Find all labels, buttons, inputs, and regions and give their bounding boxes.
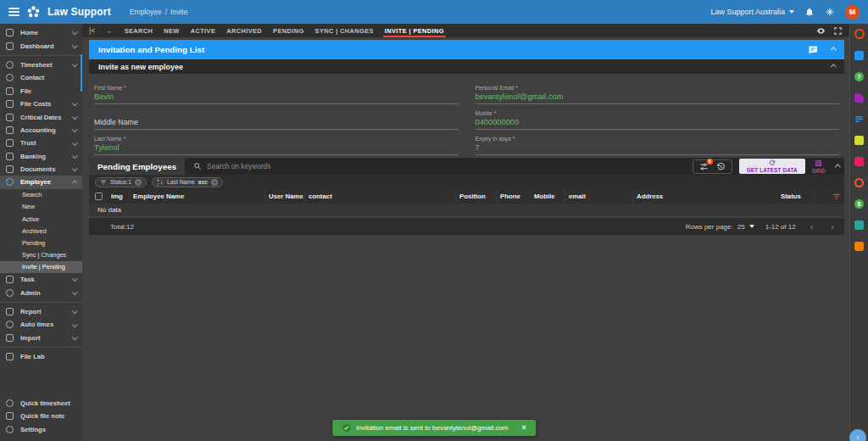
personal-email-field[interactable]: Personal Email * bevantylenol@gmail.com	[476, 79, 840, 104]
main-content: |< ← SEARCH NEW ACTIVE ARCHIVED PENDING …	[82, 24, 849, 441]
sidebar-item-trust[interactable]: Trust	[0, 137, 82, 149]
sidebar-subitem-active[interactable]: Active	[0, 213, 82, 225]
first-name-field[interactable]: First Name * Bevin	[94, 79, 459, 104]
middle-name-field[interactable]: Middle Name	[94, 104, 459, 130]
rows-per-page-select[interactable]: Rows per page: 25	[686, 223, 754, 231]
sticky-note-icon[interactable]	[854, 136, 864, 145]
rows-per-page-value: 25	[737, 223, 745, 231]
help-icon[interactable]: ?	[854, 72, 864, 81]
column-header-img[interactable]: Img	[108, 189, 130, 204]
feedback-bubble-icon[interactable]	[808, 45, 818, 55]
toast-message: Invitation email is sent to bevantylenol…	[356, 424, 508, 432]
sidebar-item-accounting[interactable]: Accounting	[0, 124, 82, 137]
last-name-field[interactable]: Last Name * Tylenol	[94, 130, 459, 155]
chevron-down-icon	[72, 114, 77, 119]
user-avatar[interactable]: M	[845, 5, 860, 20]
table-filter-funnel-icon[interactable]	[832, 193, 841, 201]
tab-new[interactable]: NEW	[164, 24, 179, 37]
app-title: Law Support	[47, 6, 111, 18]
tab-pending[interactable]: PENDING	[273, 24, 303, 37]
grid-view-button[interactable]: GRID	[812, 159, 826, 174]
column-header-address[interactable]: Address	[633, 189, 777, 204]
tab-archived[interactable]: ARCHIVED	[226, 24, 262, 37]
collapse-chevron-up-icon[interactable]	[831, 47, 836, 53]
toast-close-icon[interactable]: ×	[522, 424, 526, 432]
column-header-phone[interactable]: Phone	[497, 189, 531, 204]
fullscreen-icon[interactable]	[833, 26, 843, 36]
search-input[interactable]: Search on keywords	[185, 162, 693, 170]
timer-ring-icon[interactable]	[854, 29, 865, 39]
tab-search[interactable]: SEARCH	[125, 24, 153, 37]
notifications-bell-icon[interactable]	[804, 7, 815, 17]
column-header-status[interactable]: Status	[777, 189, 815, 204]
sidebar-item-settings[interactable]: Settings	[0, 423, 82, 436]
sidebar-item-admin[interactable]: Admin	[0, 286, 82, 299]
sidebar-item-report[interactable]: Report	[0, 305, 82, 318]
billing-icon[interactable]: $	[854, 199, 864, 209]
collapse-panel-icon[interactable]: |<	[89, 27, 95, 35]
tag-icon[interactable]	[854, 93, 864, 103]
tab-invite-pending[interactable]: INVITE | PENDING	[385, 24, 444, 37]
assistant-fab[interactable]: ‹	[849, 429, 866, 441]
column-header-email[interactable]: email	[565, 189, 633, 204]
column-header-employee-name[interactable]: Employee Name	[130, 189, 265, 204]
briefcase-icon[interactable]	[854, 242, 864, 251]
filter-chip-status[interactable]: Status:1 ×	[95, 177, 147, 187]
sidebar-subitem-pending[interactable]: Pending	[0, 237, 82, 248]
sidebar-item-employee[interactable]: Employee	[0, 176, 82, 188]
clock-icon[interactable]	[854, 178, 864, 187]
sidebar-item-banking[interactable]: Banking	[0, 150, 82, 163]
calendar-icon[interactable]	[854, 51, 864, 60]
column-header-contact[interactable]: contact	[305, 189, 456, 204]
sidebar-item-home[interactable]: Home	[0, 26, 82, 39]
sidebar-item-dashboard[interactable]: Dashboard	[0, 39, 82, 52]
sidebar-item-task[interactable]: Task	[0, 273, 82, 286]
schedule-icon[interactable]	[854, 220, 864, 230]
sidebar-item-contact[interactable]: Contact	[0, 71, 82, 84]
sidebar-item-quick-file-note[interactable]: Quick file note	[0, 410, 82, 422]
sidebar-item-file-lab[interactable]: File Lab	[0, 350, 82, 363]
sidebar-item-documents[interactable]: Documents	[0, 163, 82, 176]
sidebar-subitem-invite-pending[interactable]: Invite | Pending	[0, 261, 82, 273]
collapse-chevron-up-icon[interactable]	[835, 165, 840, 170]
sidebar-subitem-sync-changes[interactable]: Sync | Changes	[0, 249, 82, 261]
column-header-user-name[interactable]: User Name	[265, 189, 305, 204]
sidebar-subitem-search[interactable]: Search	[0, 189, 82, 201]
sidebar-item-quick-timesheet[interactable]: Quick timesheet	[0, 397, 82, 410]
breadcrumb-section[interactable]: Employee	[130, 8, 162, 16]
chat-icon[interactable]	[854, 157, 864, 166]
previous-page-button[interactable]: ‹	[807, 222, 817, 232]
back-arrow-icon[interactable]: ←	[106, 27, 114, 35]
sidebar-item-auto-times[interactable]: Auto times	[0, 318, 82, 331]
sidebar-subitem-archived[interactable]: Archived	[0, 225, 82, 237]
remove-sort-icon[interactable]: ×	[211, 179, 218, 186]
mobile-field[interactable]: Mobile * 0400000000	[476, 104, 840, 130]
chevron-down-icon	[749, 225, 754, 228]
next-page-button[interactable]: ›	[827, 222, 837, 232]
sidebar-subitem-new[interactable]: New	[0, 201, 82, 213]
breadcrumb-page[interactable]: Invite	[170, 8, 187, 16]
quick-actions-icon[interactable]	[825, 7, 835, 17]
organisation-selector[interactable]: Law Support Australia	[710, 8, 794, 16]
sidebar-item-file[interactable]: File	[0, 85, 82, 98]
sidebar-item-file-costs[interactable]: File Costs	[0, 98, 82, 110]
column-header-position[interactable]: Position	[456, 189, 497, 204]
column-header-mobile[interactable]: Mobile	[531, 189, 565, 204]
history-icon[interactable]	[716, 162, 726, 171]
expiry-days-field[interactable]: Expiry in days * 7	[476, 130, 840, 155]
notes-lines-icon[interactable]	[854, 114, 864, 124]
tab-sync-changes[interactable]: SYNC | CHANGES	[315, 24, 374, 37]
column-settings-icon[interactable]: 5	[699, 162, 709, 171]
get-latest-data-button[interactable]: GET LATEST DATA	[739, 159, 805, 174]
visibility-eye-icon[interactable]	[816, 26, 826, 36]
select-all-checkbox[interactable]	[95, 193, 103, 200]
remove-filter-icon[interactable]: ×	[135, 179, 142, 186]
collapse-chevron-up-icon[interactable]	[831, 64, 836, 70]
invite-section-header[interactable]: Invite as new employee	[89, 59, 844, 74]
sort-chip-last-name[interactable]: AZ Last Name asc ×	[152, 177, 223, 187]
sidebar-item-critical-dates[interactable]: Critical Dates	[0, 110, 82, 123]
sidebar-item-import[interactable]: Import	[0, 332, 82, 344]
tab-active[interactable]: ACTIVE	[191, 24, 216, 37]
hamburger-menu-icon[interactable]	[8, 8, 19, 16]
sidebar-item-timesheet[interactable]: Timesheet	[0, 59, 82, 71]
